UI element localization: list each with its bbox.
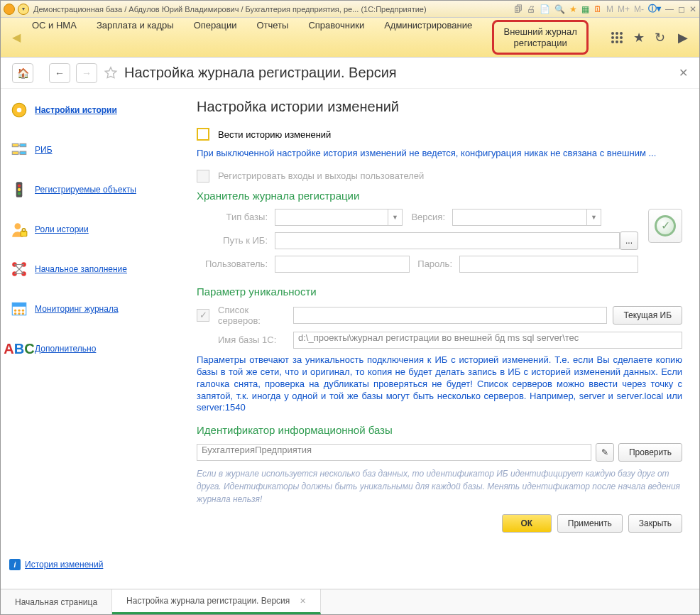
enable-history-label: Вести историю изменений bbox=[218, 129, 331, 140]
history-icon[interactable]: ↻ bbox=[655, 30, 665, 45]
svg-rect-33 bbox=[12, 303, 26, 306]
app-menu-dropdown[interactable]: ▾ bbox=[18, 4, 29, 15]
scroll-right-icon[interactable]: ▶ bbox=[675, 30, 691, 45]
titlebar-icon[interactable]: 🗓 bbox=[594, 4, 602, 14]
sidebar-item-rib[interactable]: РИБ bbox=[9, 140, 182, 160]
titlebar-icon[interactable]: 📄 bbox=[540, 4, 550, 14]
server-list-input[interactable] bbox=[293, 307, 607, 324]
sidebar-item-extra[interactable]: ABC Дополнительно bbox=[9, 339, 182, 359]
svg-point-19 bbox=[18, 188, 21, 191]
version-select[interactable]: ▼ bbox=[452, 209, 601, 226]
sidebar-item-registered[interactable]: Регистрируемые объекты bbox=[9, 180, 182, 200]
favorite-star-icon[interactable] bbox=[103, 65, 119, 81]
svg-rect-13 bbox=[12, 151, 18, 154]
svg-point-37 bbox=[14, 312, 16, 315]
menu-external-log[interactable]: Внешний журнал регистрации bbox=[492, 20, 589, 55]
network-icon bbox=[9, 259, 29, 279]
dbtype-select[interactable]: ▼ bbox=[275, 209, 403, 226]
app-logo-icon bbox=[4, 4, 15, 15]
close-icon[interactable]: ✕ bbox=[689, 4, 696, 14]
back-button[interactable]: ← bbox=[49, 63, 70, 83]
titlebar-icon[interactable]: 🔍 bbox=[554, 4, 565, 14]
svg-point-1 bbox=[616, 32, 618, 35]
tab-close-icon[interactable]: ✕ bbox=[300, 597, 306, 606]
menu-directories[interactable]: Справочники bbox=[308, 20, 364, 55]
password-label: Пароль: bbox=[410, 258, 459, 269]
test-connection-button[interactable] bbox=[648, 209, 682, 243]
browse-button[interactable]: ... bbox=[620, 232, 638, 250]
tab-log-settings[interactable]: Настройка журнала регистрации. Версия✕ bbox=[112, 589, 321, 614]
section-keeper-title: Хранитель журнала регистрации bbox=[197, 190, 682, 202]
content-panel: Настройка истории изменений Вести истори… bbox=[191, 89, 699, 589]
titlebar: ▾ Демонстрационная база / Абдулов Юрий В… bbox=[1, 1, 699, 18]
calendar-icon bbox=[9, 299, 29, 319]
ok-button[interactable]: ОК bbox=[502, 514, 552, 533]
gear-icon bbox=[9, 100, 29, 120]
sidebar-item-label: РИБ bbox=[35, 145, 53, 155]
minimize-icon[interactable]: — bbox=[665, 4, 674, 14]
svg-point-39 bbox=[22, 312, 24, 315]
menu-zarplata[interactable]: Зарплата и кадры bbox=[97, 20, 174, 55]
svg-rect-14 bbox=[20, 151, 26, 154]
section-ident-title: Идентификатор информационной базы bbox=[197, 424, 682, 436]
content-heading: Настройка истории изменений bbox=[197, 99, 682, 115]
footer-buttons: ОК Применить Закрыть bbox=[197, 514, 682, 533]
home-button[interactable]: 🏠 bbox=[12, 63, 33, 83]
titlebar-icon[interactable]: 🗐 bbox=[514, 4, 523, 14]
sidebar-item-label: Настройки истории bbox=[35, 105, 117, 115]
section-unique-title: Параметр уникальности bbox=[197, 285, 682, 298]
info-icon: i bbox=[9, 559, 21, 570]
sidebar-footer[interactable]: i История изменений bbox=[9, 559, 182, 577]
svg-point-3 bbox=[611, 36, 614, 39]
titlebar-icon[interactable]: 🖨 bbox=[527, 4, 535, 14]
ident-input[interactable]: БухгалтерияПредприятия bbox=[197, 444, 591, 461]
svg-point-34 bbox=[14, 310, 16, 312]
svg-rect-23 bbox=[22, 229, 25, 232]
apply-button[interactable]: Применить bbox=[557, 514, 623, 533]
forward-button[interactable]: → bbox=[76, 63, 97, 83]
svg-point-36 bbox=[22, 310, 24, 312]
dbtype-label: Тип базы: bbox=[197, 212, 275, 222]
tab-home[interactable]: Начальная страница bbox=[1, 589, 112, 614]
svg-point-4 bbox=[616, 36, 618, 39]
menu-operations[interactable]: Операции bbox=[194, 20, 237, 55]
edit-ident-button[interactable]: ✎ bbox=[596, 443, 614, 462]
user-input[interactable] bbox=[275, 256, 410, 273]
star-icon[interactable]: ★ bbox=[633, 30, 645, 45]
svg-point-8 bbox=[620, 40, 623, 43]
sidebar-item-initial[interactable]: Начальное заполнение bbox=[9, 259, 182, 279]
current-ib-button[interactable]: Текущая ИБ bbox=[613, 306, 682, 325]
log-logins-label: Регистрировать входы и выходы пользовате… bbox=[218, 170, 424, 181]
titlebar-m-plus-icon[interactable]: M+ bbox=[618, 4, 630, 14]
form-close-icon[interactable]: ✕ bbox=[679, 66, 688, 80]
apps-grid-icon[interactable] bbox=[611, 31, 623, 44]
close-button[interactable]: Закрыть bbox=[628, 514, 682, 533]
scroll-left-icon[interactable]: ◀ bbox=[9, 31, 23, 44]
titlebar-m-icon[interactable]: M bbox=[606, 4, 613, 14]
sidebar-item-label: Дополнительно bbox=[35, 344, 96, 354]
menu-os-nma[interactable]: ОС и НМА bbox=[32, 20, 77, 55]
sidebar-item-roles[interactable]: Роли истории bbox=[9, 219, 182, 239]
enable-history-checkbox[interactable] bbox=[197, 128, 209, 141]
svg-point-35 bbox=[18, 310, 20, 312]
menu-reports[interactable]: Отчеты bbox=[256, 20, 288, 55]
log-logins-checkbox bbox=[197, 170, 209, 183]
verify-button[interactable]: Проверить bbox=[618, 443, 682, 462]
svg-point-2 bbox=[620, 32, 623, 35]
server-list-checkbox bbox=[197, 309, 209, 322]
titlebar-icon[interactable]: ★ bbox=[569, 4, 577, 14]
dbname-input[interactable]: d:\_проекты\журнал регистрации во внешне… bbox=[293, 332, 682, 349]
titlebar-m-minus-icon[interactable]: M- bbox=[634, 4, 644, 14]
info-icon[interactable]: ⓘ▾ bbox=[648, 3, 661, 15]
maximize-icon[interactable]: ◻ bbox=[678, 4, 685, 14]
svg-point-6 bbox=[611, 40, 614, 43]
app-window: ▾ Демонстрационная база / Абдулов Юрий В… bbox=[0, 0, 700, 615]
sidebar-item-monitor[interactable]: Мониторинг журнала bbox=[9, 299, 182, 319]
svg-point-0 bbox=[611, 32, 614, 35]
sidebar-item-settings[interactable]: Настройки истории bbox=[9, 100, 182, 120]
titlebar-icon[interactable]: ▦ bbox=[581, 4, 589, 14]
password-input[interactable] bbox=[459, 256, 638, 273]
svg-rect-11 bbox=[12, 143, 18, 146]
menu-admin[interactable]: Администрирование bbox=[384, 20, 472, 55]
ibpath-input[interactable] bbox=[275, 232, 620, 249]
